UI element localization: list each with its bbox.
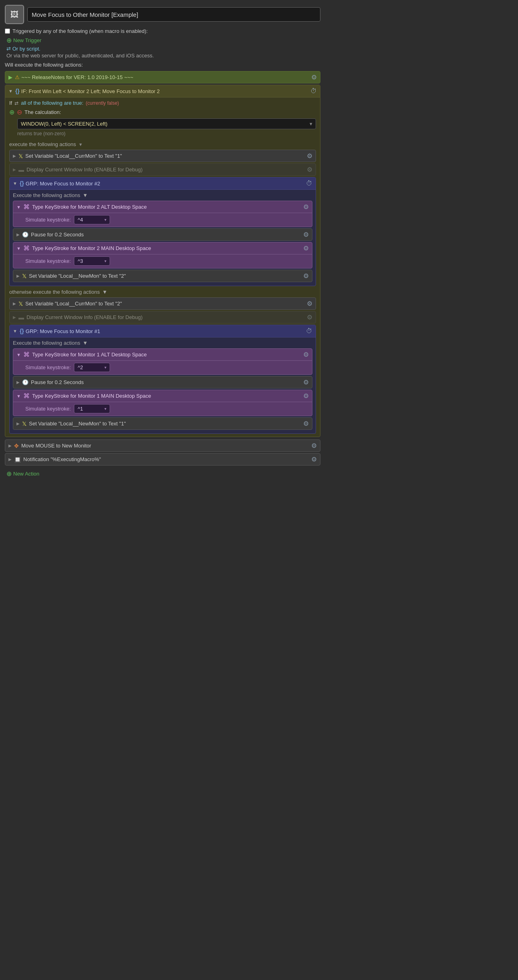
ks-alt2-header: ▼ ⌘ Type KeyStroke for Monitor 2 ALT Des… [13,201,312,213]
gear-icon[interactable]: ⚙ [311,73,317,81]
trigger-section: Triggered by any of the following (when … [5,28,320,59]
trigger-checkbox[interactable] [5,28,10,34]
move-mouse-play[interactable]: ▶ [8,443,12,448]
or-script-row: ⇄ Or by script. [6,46,320,52]
grp2-down-arrow: ▼ [83,192,88,198]
ks-alt1-input[interactable]: ^2 ▾ [74,363,110,372]
set-var1-icon: 𝕏 [18,153,23,159]
notification-label: Notification "%ExecutingMacro%" [23,456,311,462]
set-var2-icon: 𝕏 [18,301,23,307]
grp-monitor2-block: ▼ {} GRP: Move Focus to Monitor #2 ⏱ Exe… [9,177,316,286]
pause2-play[interactable]: ▶ [16,232,20,237]
remove-calc-btn[interactable]: ⊖ [17,108,22,116]
move-mouse-gear[interactable]: ⚙ [311,442,317,449]
ks-main2-label: Type KeyStroke for Monitor 2 MAIN Deskto… [32,245,303,251]
condition-cycle-icon[interactable]: ⇄ [14,100,18,106]
ks-alt2-collapse[interactable]: ▼ [16,205,21,209]
set-varnew1-icon: 𝕏 [22,421,27,427]
if-collapse-btn[interactable]: ▼ [8,89,13,94]
move-mouse-action: ▶ ✥ Move MOUSE to New Monitor ⚙ [5,439,320,452]
pause1-row: ▶ 🕐 Pause for 0.2 Seconds ⚙ [13,376,312,388]
set-var1-gear[interactable]: ⚙ [307,152,312,160]
ks-main1-cmd-icon: ⌘ [23,392,30,400]
ks-main2-value: ^3 [77,258,83,264]
new-action-button[interactable]: ⊕ New Action [6,470,39,478]
if-gear-icon[interactable]: ⏱ [310,87,317,95]
grp1-curly-icon: {} [20,328,24,334]
play-icon[interactable]: ▶ [8,74,12,80]
ks-alt2-block: ▼ ⌘ Type KeyStroke for Monitor 2 ALT Des… [13,201,312,227]
otherwise-label: otherwise execute the following actions … [9,287,316,297]
grp1-label: GRP: Move Focus to Monitor #1 [26,328,306,334]
trigger-checkbox-row: Triggered by any of the following (when … [5,28,320,34]
web-server-text: Or via the web server for public, authen… [6,53,320,59]
grp2-collapse-btn[interactable]: ▼ [13,181,17,186]
grp-monitor2-body: Execute the following actions ▼ ▼ ⌘ Type… [10,190,316,286]
set-varnew2-gear[interactable]: ⚙ [303,272,309,280]
notification-icon: 🔲 [14,456,21,463]
grp1-gear[interactable]: ⏱ [306,327,312,335]
set-varnew2-icon: 𝕏 [22,273,27,279]
ks-main1-block: ▼ ⌘ Type KeyStroke for Monitor 1 MAIN De… [13,390,312,416]
set-varnew2-play[interactable]: ▶ [16,274,20,278]
new-trigger-button[interactable]: ⊕ New Trigger [6,37,41,44]
release-notes-label: ~~~ ReleaseNotes for VER: 1.0 2019-10-15… [21,74,311,80]
calc-expression[interactable]: WINDOW(0, Left) < SCREEN(2, Left) ▾ [17,118,316,129]
ks-alt2-gear[interactable]: ⚙ [303,203,309,211]
new-action-label: New Action [13,471,39,477]
set-varnew1-play[interactable]: ▶ [16,421,20,426]
ks-alt1-collapse[interactable]: ▼ [16,352,21,357]
will-execute-label: Will execute the following actions: [5,62,320,68]
ks-main1-body: Simulate keystroke: ^1 ▾ [13,402,312,416]
notification-play[interactable]: ▶ [8,457,12,462]
display1-play[interactable]: ▶ [13,167,16,172]
ks-alt2-input[interactable]: ^4 ▾ [74,215,110,224]
grp1-collapse-btn[interactable]: ▼ [13,329,17,333]
grp2-gear[interactable]: ⏱ [306,180,312,187]
otherwise-text: otherwise execute the following actions [9,289,100,295]
set-var1-label: Set Variable "Local__CurrMon" to Text "1… [25,153,307,159]
display1-gear[interactable]: ⚙ [307,166,312,173]
pause1-gear[interactable]: ⚙ [303,378,309,386]
ks-main1-label: Type KeyStroke for Monitor 1 MAIN Deskto… [32,393,303,399]
ks-alt1-chevron: ▾ [104,365,106,370]
ks-main2-input[interactable]: ^3 ▾ [74,256,110,266]
ks-alt1-gear[interactable]: ⚙ [303,351,309,358]
macro-icon-symbol: 🖼 [10,10,18,19]
ks-main1-chevron: ▾ [104,407,106,411]
plus-icon: ⊕ [6,37,12,44]
set-var1-play[interactable]: ▶ [13,154,16,158]
ks-alt2-chevron: ▾ [104,218,106,222]
grp2-execute-label: Execute the following actions ▼ [13,192,312,198]
macro-title-input[interactable] [27,7,320,22]
set-var2-play[interactable]: ▶ [13,301,16,306]
ks-main2-cmd-icon: ⌘ [23,244,30,252]
or-script-label: Or by script. [12,46,41,52]
ks-main1-gear[interactable]: ⚙ [303,392,309,400]
ks-main2-collapse[interactable]: ▼ [16,246,21,251]
if-block: ▼ {} IF: Front Win Left < Monitor 2 Left… [5,85,320,437]
ks-main1-sim-label: Simulate keystroke: [25,406,71,412]
display2-gear[interactable]: ⚙ [307,313,312,321]
ks-main1-collapse[interactable]: ▼ [16,394,21,399]
ks-main2-block: ▼ ⌘ Type KeyStroke for Monitor 2 MAIN De… [13,242,312,268]
grp-monitor1-block: ▼ {} GRP: Move Focus to Monitor #1 ⏱ Exe… [9,325,316,434]
display1-action: ▶ ▬ Display Current Window Info (ENABLE … [9,163,316,176]
if-condition-row: If ⇄ all of the following are true: (cur… [9,100,316,106]
ks-alt1-header: ▼ ⌘ Type KeyStroke for Monitor 1 ALT Des… [13,349,312,361]
all-of-text: all of the following are true: [21,100,83,106]
ks-alt2-sim-label: Simulate keystroke: [25,217,71,223]
display2-action: ▶ ▬ Display Current Window Info (ENABLE … [9,311,316,323]
ks-alt1-sim-label: Simulate keystroke: [25,364,71,370]
add-calc-btn[interactable]: ⊕ [9,108,14,116]
display2-play[interactable]: ▶ [13,315,16,319]
set-varnew1-gear[interactable]: ⚙ [303,420,309,427]
set-var2-gear[interactable]: ⚙ [307,300,312,307]
returns-true-label: returns true (non-zero) [17,131,316,136]
ks-main1-input[interactable]: ^1 ▾ [74,404,110,413]
pause2-gear[interactable]: ⚙ [303,231,309,238]
ks-main2-gear[interactable]: ⚙ [303,244,309,252]
pause1-play[interactable]: ▶ [16,380,20,384]
notification-gear[interactable]: ⚙ [311,455,317,463]
macro-header: 🖼 [5,5,320,24]
